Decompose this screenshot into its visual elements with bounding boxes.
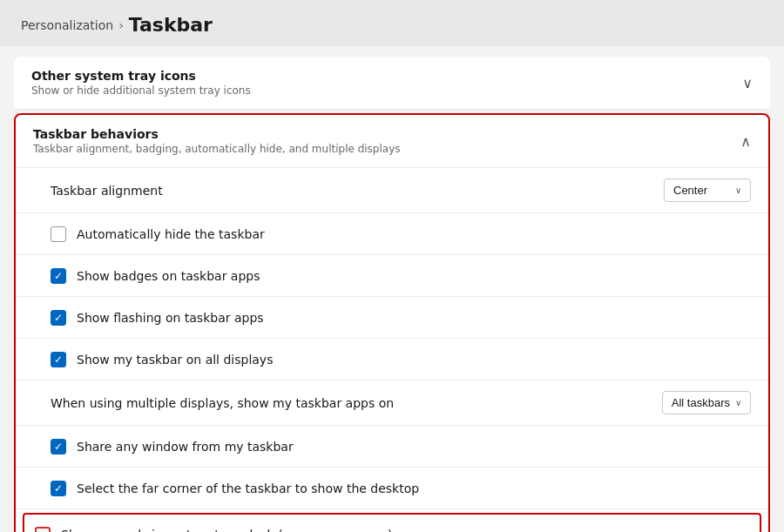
multiple-displays-value: All taskbars — [672, 396, 730, 409]
far-corner-row: Select the far corner of the taskbar to … — [16, 468, 768, 509]
page-header: Personalization › Taskbar — [0, 0, 784, 46]
seconds-checkbox[interactable] — [35, 527, 51, 532]
alignment-label: Taskbar alignment — [51, 184, 163, 198]
other-tray-text: Other system tray icons Show or hide add… — [31, 69, 251, 97]
flashing-label: Show flashing on taskbar apps — [77, 311, 264, 325]
all-displays-left: Show my taskbar on all displays — [51, 352, 273, 367]
seconds-row: Show seconds in system tray clock (uses … — [23, 513, 761, 532]
other-tray-section: Other system tray icons Show or hide add… — [14, 57, 770, 110]
alignment-value: Center — [673, 184, 707, 197]
far-corner-checkbox[interactable] — [51, 481, 66, 496]
other-tray-subtitle: Show or hide additional system tray icon… — [31, 84, 251, 97]
other-tray-header[interactable]: Other system tray icons Show or hide add… — [14, 57, 770, 110]
far-corner-label: Select the far corner of the taskbar to … — [77, 481, 419, 495]
share-window-row: Share any window from my taskbar — [16, 426, 768, 468]
behaviors-section: Taskbar behaviors Taskbar alignment, bad… — [14, 113, 770, 532]
flashing-row: Show flashing on taskbar apps — [16, 297, 768, 339]
multiple-displays-chevron-icon: ∨ — [735, 398, 741, 407]
seconds-left: Show seconds in system tray clock (uses … — [35, 527, 393, 532]
breadcrumb-personalization[interactable]: Personalization — [21, 18, 113, 32]
auto-hide-label: Automatically hide the taskbar — [77, 227, 265, 241]
badges-left: Show badges on taskbar apps — [51, 268, 260, 284]
behaviors-title: Taskbar behaviors — [33, 127, 401, 141]
all-displays-row: Show my taskbar on all displays — [16, 339, 768, 380]
badges-row: Show badges on taskbar apps — [16, 255, 768, 297]
badges-label: Show badges on taskbar apps — [77, 269, 260, 283]
multiple-displays-dropdown[interactable]: All taskbars ∨ — [662, 391, 751, 414]
all-displays-label: Show my taskbar on all displays — [77, 353, 273, 367]
alignment-dropdown[interactable]: Center ∨ — [664, 178, 751, 202]
other-tray-chevron: ∨ — [742, 75, 753, 91]
table-row: Taskbar alignment Center ∨ — [16, 167, 768, 213]
badges-checkbox[interactable] — [51, 268, 66, 284]
breadcrumb-separator: › — [118, 18, 124, 32]
behaviors-chevron: ∧ — [740, 133, 751, 150]
auto-hide-row: Automatically hide the taskbar — [16, 213, 768, 255]
auto-hide-checkbox[interactable] — [51, 226, 66, 242]
share-window-checkbox[interactable] — [51, 439, 66, 455]
page-title: Taskbar — [129, 14, 213, 36]
behaviors-subtitle: Taskbar alignment, badging, automaticall… — [33, 143, 401, 155]
far-corner-left: Select the far corner of the taskbar to … — [51, 481, 419, 496]
settings-content: Other system tray icons Show or hide add… — [0, 46, 784, 532]
multiple-displays-row: When using multiple displays, show my ta… — [16, 380, 768, 426]
behaviors-text: Taskbar behaviors Taskbar alignment, bad… — [33, 127, 401, 155]
other-tray-title: Other system tray icons — [31, 69, 251, 83]
alignment-chevron-icon: ∨ — [735, 185, 741, 195]
auto-hide-left: Automatically hide the taskbar — [51, 226, 265, 242]
all-displays-checkbox[interactable] — [51, 352, 66, 367]
multiple-displays-label: When using multiple displays, show my ta… — [51, 396, 394, 410]
share-window-label: Share any window from my taskbar — [77, 440, 294, 454]
flashing-left: Show flashing on taskbar apps — [51, 310, 264, 326]
share-window-left: Share any window from my taskbar — [51, 439, 294, 455]
behaviors-header[interactable]: Taskbar behaviors Taskbar alignment, bad… — [16, 115, 768, 167]
flashing-checkbox[interactable] — [51, 310, 66, 326]
seconds-label: Show seconds in system tray clock (uses … — [61, 528, 393, 532]
